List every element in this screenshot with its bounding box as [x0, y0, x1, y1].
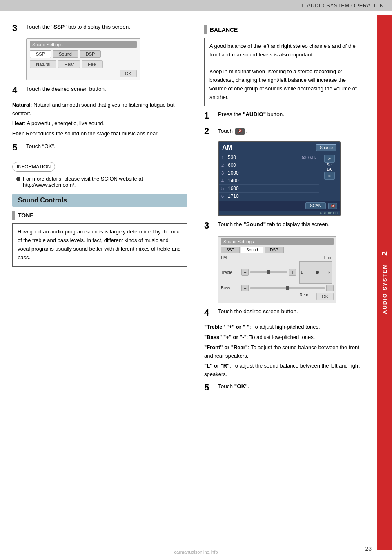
sound-settings-screenshot-2: Sound Settings SSP Sound DSP FM Front Tr…: [218, 236, 336, 303]
preset-3-freq: 1000: [228, 170, 317, 176]
ss1-btn-natural[interactable]: Natural: [30, 60, 56, 68]
step-3-right: 3 Touch the "Sound" tab to display this …: [204, 220, 369, 231]
step-5-right-text: Touch "OK".: [218, 382, 369, 390]
right-descriptions: "Treble" "+" or "-": To adjust high-pitc…: [204, 323, 369, 379]
balance-l-label: L: [301, 270, 303, 274]
preset-2-num: 2: [221, 163, 228, 168]
term-lr: "L" or "R": [204, 363, 229, 369]
preset-3-num: 3: [221, 170, 228, 175]
tone-callout-text: How good an audio program sounds is larg…: [18, 229, 180, 260]
bass-track: [250, 287, 325, 289]
preset-5-num: 5: [221, 186, 228, 191]
ss1-ok-btn[interactable]: OK: [120, 70, 137, 77]
preset-4: 4 1400: [219, 177, 319, 185]
preset-6-freq: 1710: [228, 193, 317, 199]
radio-forward-btn[interactable]: »: [324, 155, 335, 163]
step-3-left: 3 Touch the "SSP" tab to display this sc…: [12, 23, 187, 34]
ss2-ok-btn[interactable]: OK: [316, 293, 334, 300]
balance-callout: A good balance of the left and right ste…: [204, 38, 369, 106]
preset-2: 2 600: [219, 161, 319, 169]
tone-section-header: TONE: [12, 211, 187, 220]
preset-6-num: 6: [221, 194, 228, 199]
preset-2-freq: 600: [228, 162, 317, 168]
desc-lr: "L" or "R": To adjust the sound balance …: [204, 362, 369, 379]
ss2-tab-sound[interactable]: Sound: [241, 247, 263, 253]
sidebar-number: 2: [381, 251, 389, 256]
ss2-title: Sound Settings: [221, 238, 334, 245]
bass-plus-btn[interactable]: +: [326, 285, 334, 291]
freq-display-main: 530 kHz: [302, 155, 317, 160]
ss2-treble-slider: − +: [241, 269, 296, 276]
scan-button[interactable]: SCAN: [305, 202, 326, 209]
preset-4-freq: 1400: [228, 178, 317, 184]
balance-visual: L R: [299, 261, 332, 284]
ss1-buttons-row: Natural Hear Feel: [30, 60, 137, 68]
sound-settings-screenshot-1: Sound Settings SSP Sound DSP Natural Hea…: [26, 38, 140, 80]
desc-treble: "Treble" "+" or "-": To adjust high-pitc…: [204, 323, 369, 332]
mute-icon-inline: 🔇: [235, 128, 245, 135]
step-5-number: 5: [12, 142, 24, 153]
preset-3: 3 1000: [219, 169, 319, 177]
sound-controls-banner: Sound Controls: [12, 194, 187, 207]
ss2-treble-row: Treble − + L R: [221, 261, 334, 284]
ss2-tabs: SSP Sound DSP: [221, 247, 334, 253]
radio-mute-icon[interactable]: 🔇: [328, 203, 337, 209]
sidebar-label: AUDIO SYSTEM: [382, 264, 388, 314]
preset-1-freq: 530: [228, 155, 302, 160]
preset-6: 6 1710: [219, 193, 319, 200]
watermark: carmanualsonline.info: [174, 549, 218, 554]
preset-5: 5 1600: [219, 185, 319, 193]
treble-track: [250, 271, 287, 273]
radio-presets: 1 530 530 kHz 2 600 3 1000 4 1400: [219, 153, 319, 201]
treble-plus-btn[interactable]: +: [289, 269, 296, 276]
sound-controls-label: Sound Controls: [18, 197, 67, 204]
preset-1-num: 1: [221, 155, 228, 160]
ss1-btn-feel[interactable]: Feel: [82, 60, 102, 68]
term-front-rear: "Front" or "Rear": [204, 344, 248, 350]
balance-callout-text: A good balance of the left and right ste…: [209, 43, 357, 100]
info-bullet-content: For more details, please visit the SCION…: [23, 176, 187, 188]
ss2-tab-dsp[interactable]: DSP: [265, 247, 284, 253]
ss2-rear-ok-row: Rear OK: [221, 293, 334, 300]
ss1-tab-dsp[interactable]: DSP: [80, 50, 101, 58]
ss2-fm-front-row: FM Front: [221, 256, 334, 260]
step-2-right: 2 Touch 🔇.: [204, 126, 369, 137]
desc-bass: "Bass" "+" or "-": To adjust low-pitched…: [204, 333, 369, 342]
term-natural: Natural: [12, 102, 31, 108]
step-5-right: 5 Touch "OK".: [204, 382, 369, 393]
ss1-btn-hear[interactable]: Hear: [58, 60, 80, 68]
step-4-text: Touch the desired screen button.: [26, 85, 187, 93]
bass-minus-btn[interactable]: −: [241, 285, 249, 291]
radio-back-btn[interactable]: «: [324, 172, 335, 180]
main-content: 3 Touch the "SSP" tab to display this sc…: [0, 15, 377, 556]
def-feel: Feel: Reproduces the sound on the stage …: [12, 130, 187, 138]
radio-scan-area: SCAN 🔇: [219, 201, 340, 211]
balance-section-header: BALANCE: [204, 25, 369, 34]
ss1-title: Sound Settings: [30, 41, 137, 48]
step-4-right: 4 Touch the desired screen button.: [204, 307, 369, 318]
ss2-bass-label: Bass: [221, 286, 241, 290]
ss1-tab-sound[interactable]: Sound: [53, 50, 78, 58]
ss1-tab-ssp[interactable]: SSP: [30, 50, 51, 58]
information-badge: INFORMATION: [12, 162, 55, 172]
ss2-front-label: Front: [324, 256, 334, 260]
step-3-right-text: Touch the "Sound" tab to display this sc…: [218, 220, 369, 229]
ss2-tab-ssp[interactable]: SSP: [221, 247, 240, 253]
step-4-left: 4 Touch the desired screen button.: [12, 85, 187, 96]
step-5-right-number: 5: [204, 382, 216, 393]
ss2-bass-slider: − +: [241, 285, 334, 291]
step-3-text: Touch the "SSP" tab to display this scre…: [26, 23, 187, 31]
left-column: 3 Touch the "SSP" tab to display this sc…: [0, 15, 196, 556]
desc-front-rear: "Front" or "Rear": To adjust the sound b…: [204, 343, 369, 361]
step-1-right-number: 1: [204, 110, 216, 121]
page-header: 1. AUDIO SYSTEM OPERATION: [0, 0, 392, 11]
radio-source-btn[interactable]: Source: [316, 144, 336, 151]
balance-dot: [316, 271, 319, 274]
term-bass: "Bass" "+" or "-": [204, 334, 247, 340]
radio-screenshot: AM Source 1 530 530 kHz 2 600 3: [218, 141, 341, 216]
term-treble: "Treble" "+" or "-": [204, 324, 249, 330]
term-feel: Feel: [12, 130, 23, 137]
step-1-right-text: Press the "AUDIO" button.: [218, 110, 369, 119]
step-2-right-text: Touch 🔇.: [218, 127, 369, 135]
treble-minus-btn[interactable]: −: [241, 269, 249, 276]
